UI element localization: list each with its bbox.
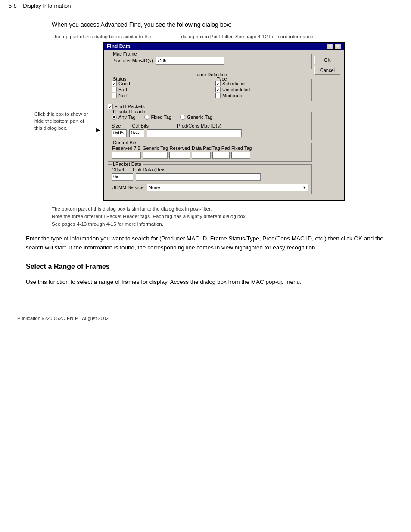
find-lpackets-row: ✓ Find LPackets	[108, 104, 312, 109]
radio-generic-tag-btn[interactable]	[180, 115, 185, 120]
cb-data-pad-cell[interactable]	[192, 152, 211, 159]
cb-reserved-cell[interactable]	[169, 152, 190, 159]
type-scheduled-label: Scheduled	[222, 81, 245, 86]
lpacket-data-label: LPacket Data	[112, 162, 143, 167]
type-unscheduled-row: ✓ Unscheduled	[215, 87, 308, 92]
status-good-checkbox[interactable]: ✓	[112, 81, 117, 86]
cb-tag-pad-label: Tag Pad	[212, 146, 230, 151]
status-null-label: Null	[118, 93, 127, 98]
dialog-title: Find Data	[107, 44, 131, 50]
page-section: 5-8 Display Information	[9, 3, 71, 9]
section-heading: Select a Range of Frames	[26, 263, 394, 271]
type-group: Type ✓ Scheduled ✓ Unscheduled	[212, 79, 312, 101]
status-null-checkbox[interactable]	[112, 93, 117, 98]
cb-tag-pad-cell[interactable]	[212, 152, 230, 159]
caption-top-left: The top part of this dialog box is simil…	[52, 34, 181, 39]
radio-generic-tag-label: Generic Tag	[187, 115, 212, 120]
size-label: Size	[112, 123, 121, 128]
type-moderator-checkbox[interactable]	[215, 93, 221, 98]
prod-cons-input[interactable]	[147, 129, 242, 137]
arrow-indicator: ►	[95, 42, 103, 201]
radio-fixed-tag-label: Fixed Tag	[151, 115, 172, 120]
offset-input[interactable]: 0x----	[112, 173, 133, 181]
ctrl-bits-label: Ctrl Bits	[132, 123, 149, 128]
status-null-row: Null	[112, 93, 204, 98]
producer-mac-input[interactable]: 7:86	[156, 57, 224, 65]
mac-frame-group: Mac Frame Producer Mac-ID(s) 7:86	[108, 54, 312, 69]
status-type-row: Status ✓ Good Bad Null	[108, 79, 312, 101]
lpacket-data-group: LPacket Data Offset Link Data (Hex) 0x--…	[108, 164, 312, 194]
find-data-dialog: Find Data ? ✕ Mac Frame Producer Mac-ID(…	[103, 42, 345, 201]
cb-fixed-tag-cell[interactable]	[231, 152, 250, 159]
status-good-row: ✓ Good	[112, 81, 204, 86]
status-label: Status	[112, 76, 128, 81]
ok-button[interactable]: OK	[314, 56, 340, 64]
dialog-side-buttons: OK Cancel	[314, 54, 340, 197]
control-bits-label: Control Bits	[112, 140, 139, 145]
mac-frame-row: Producer Mac-ID(s) 7:86	[112, 57, 308, 65]
radio-fixed-tag-btn[interactable]	[144, 115, 149, 120]
status-bad-checkbox[interactable]	[112, 87, 117, 92]
link-data-label: Link Data (Hex)	[133, 167, 165, 172]
page-header: 5-8 Display Information	[0, 0, 411, 12]
cb-data-pad-label: Data Pad	[192, 146, 211, 151]
dialog-titlebar: Find Data ? ✕	[104, 43, 344, 50]
ldata-inputs: 0x----	[112, 173, 308, 181]
cb-generic-tag-cell[interactable]	[143, 152, 168, 159]
mac-frame-label: Mac Frame	[112, 51, 138, 56]
cancel-button[interactable]: Cancel	[314, 66, 340, 75]
ctrl-bits-input[interactable]: 0x--	[129, 129, 144, 137]
ucmm-value: None	[149, 185, 160, 190]
cb-reserved-label: Reserved	[169, 146, 190, 151]
type-moderator-label: Moderator	[222, 93, 244, 98]
cb-labels-row: Reserved 7:5 Generic Tag Reserved Data P…	[112, 146, 308, 151]
status-good-label: Good	[118, 81, 130, 86]
dialog-title-buttons: ? ✕	[327, 44, 341, 50]
ucmm-dropdown[interactable]: None ▼	[147, 184, 308, 191]
size-input[interactable]: 0x05	[112, 129, 127, 137]
help-button[interactable]: ?	[327, 44, 333, 50]
page-footer: Publication 9220-052C-EN-P - August 2002	[0, 313, 411, 324]
radio-generic-tag: Generic Tag	[180, 115, 212, 120]
radio-any-tag-label: Any Tag	[118, 115, 136, 120]
control-bits-group: Control Bits Reserved 7:5 Generic Tag Re…	[108, 143, 312, 162]
footer-text: Publication 9220-052C-EN-P - August 2002	[17, 316, 109, 321]
type-unscheduled-checkbox[interactable]: ✓	[215, 87, 221, 92]
page-content: When you access Advanced Find, you see t…	[0, 12, 411, 300]
dropdown-arrow-icon: ▼	[302, 185, 306, 190]
type-unscheduled-label: Unscheduled	[222, 87, 250, 92]
radio-fixed-tag: Fixed Tag	[144, 115, 172, 120]
cb-reserved75-cell[interactable]	[112, 152, 141, 159]
bottom-caption-line1: The bottom part of this dialog box is si…	[52, 205, 394, 213]
link-data-input[interactable]	[136, 173, 261, 181]
ucmm-label: UCMM Service	[112, 185, 143, 190]
bottom-caption: The bottom part of this dialog box is si…	[52, 205, 394, 228]
section-text: Use this function to select a range of f…	[26, 277, 394, 287]
close-button[interactable]: ✕	[334, 44, 341, 50]
cb-generic-tag-label: Generic Tag	[143, 146, 168, 151]
bottom-caption-line2: Note the three different LPacket Header …	[52, 213, 394, 220]
find-lpackets-checkbox[interactable]: ✓	[108, 104, 113, 109]
cb-fixed-tag-label: Fixed Tag	[231, 146, 250, 151]
ldata-labels: Offset Link Data (Hex)	[112, 167, 308, 172]
prod-cons-label: Prod/Cons Mac ID(s)	[177, 123, 221, 128]
type-scheduled-checkbox[interactable]: ✓	[215, 81, 221, 86]
offset-label: Offset	[112, 167, 124, 172]
producer-label: Producer Mac-ID(s)	[112, 58, 153, 63]
cb-cells-row	[112, 152, 308, 159]
side-note: Click this box to show or hide the botto…	[34, 42, 95, 201]
body-text: Enter the type of information you want t…	[26, 234, 394, 252]
dialog-main: Mac Frame Producer Mac-ID(s) 7:86 Frame …	[108, 54, 312, 197]
lpacket-radio-row: Any Tag Fixed Tag Generic Tag	[112, 115, 308, 120]
find-lpackets-label: Find LPackets	[115, 104, 145, 109]
radio-any-tag-btn[interactable]	[112, 115, 117, 120]
fields-inputs: 0x05 0x--	[112, 129, 308, 137]
dialog-body: Mac Frame Producer Mac-ID(s) 7:86 Frame …	[104, 50, 344, 200]
fields-labels: Size Ctrl Bits Prod/Cons Mac ID(s)	[112, 123, 308, 128]
dialog-area: Click this box to show or hide the botto…	[34, 42, 394, 201]
type-moderator-row: Moderator	[215, 93, 308, 98]
type-scheduled-row: ✓ Scheduled	[215, 81, 308, 86]
status-group: Status ✓ Good Bad Null	[108, 79, 208, 101]
lpacket-header-label: LPacket Header	[112, 109, 148, 114]
cb-reserved75-label: Reserved 7:5	[112, 146, 141, 151]
